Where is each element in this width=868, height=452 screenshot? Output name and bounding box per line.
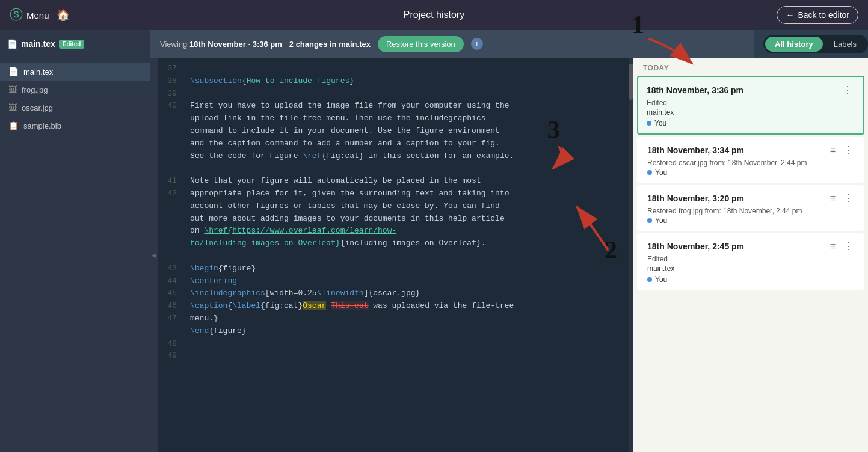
img-file-icon-oscar: 🖼 bbox=[8, 103, 17, 112]
line-numbers: 37 38 39 40 41 42 43 44 45 4 bbox=[158, 58, 183, 452]
menu-button[interactable]: ⓢ Menu bbox=[10, 6, 49, 24]
history-item-3-list-button[interactable]: ≡ bbox=[828, 240, 838, 253]
history-item-3-desc: Edited bbox=[647, 255, 856, 263]
nav-right: ← Back to editor bbox=[777, 6, 858, 24]
sidebar-filename-frogjpg: frog.jpg bbox=[22, 85, 48, 94]
back-to-editor-button[interactable]: ← Back to editor bbox=[777, 6, 858, 24]
history-item-2-username: You bbox=[655, 216, 667, 225]
edited-badge: Edited bbox=[59, 40, 85, 49]
history-item-3-time: 18th November, 2:45 pm bbox=[647, 242, 744, 251]
active-file: 📄 main.tex Edited bbox=[7, 39, 84, 49]
history-item-0-header: 18th November, 3:36 pm ⋮ bbox=[647, 83, 855, 97]
editor-scrollbar[interactable] bbox=[629, 58, 633, 452]
sidebar-file-samplebib[interactable]: 📋 sample.bib bbox=[0, 117, 150, 135]
user-dot-3 bbox=[647, 277, 652, 282]
history-panel: Today 18th November, 3:36 pm ⋮ Edited ma… bbox=[633, 58, 868, 452]
code-line-40c: command to include it in your document. … bbox=[190, 125, 621, 138]
code-line-45: \centering bbox=[190, 275, 621, 288]
history-item-0-file: main.tex bbox=[647, 108, 855, 117]
code-line-37 bbox=[190, 63, 621, 75]
editor-scroll: ◀ 37 38 39 40 41 42 43 bbox=[150, 58, 633, 452]
code-line-42c: account other figures or tables that may… bbox=[190, 200, 621, 213]
history-item-2-time: 18th November, 3:20 pm bbox=[647, 194, 744, 203]
sidebar-file-maintex[interactable]: 📄 main.tex bbox=[0, 63, 150, 81]
history-item-3-actions: ≡ ⋮ bbox=[828, 239, 856, 253]
sidebar-file-frogjpg[interactable]: 🖼 frog.jpg bbox=[0, 81, 150, 99]
code-line-43 bbox=[190, 250, 621, 263]
scrollbar-thumb[interactable] bbox=[629, 64, 633, 100]
history-item-1-username: You bbox=[655, 168, 667, 177]
history-item-0-username: You bbox=[654, 119, 666, 127]
code-line-47b: menu.} bbox=[190, 313, 621, 325]
history-item-0-desc: Edited bbox=[647, 99, 855, 107]
history-item-1-time: 18th November, 3:34 pm bbox=[647, 145, 744, 155]
code-line-40b: upload link in the file-tree menu. Then … bbox=[190, 112, 621, 125]
code-line-44: \begin{figure} bbox=[190, 263, 621, 275]
menu-label: Menu bbox=[26, 10, 49, 20]
code-line-38: \subsection{How to include Figures} bbox=[190, 75, 621, 88]
history-item-3-header: 18th November, 2:45 pm ≡ ⋮ bbox=[647, 239, 856, 253]
toolbar: Viewing 18th November · 3:36 pm 2 change… bbox=[150, 30, 754, 58]
overleaf-icon: ⓢ bbox=[10, 6, 23, 24]
all-history-tab[interactable]: All history bbox=[765, 37, 823, 52]
code-line-41 bbox=[190, 162, 621, 175]
history-item-0-more-button[interactable]: ⋮ bbox=[840, 83, 855, 97]
code-content[interactable]: \subsection{How to include Figures} Firs… bbox=[183, 58, 629, 452]
page-title: Project history bbox=[404, 10, 464, 20]
history-item-1-desc: Restored oscar.jpg from: 18th November, … bbox=[647, 159, 856, 167]
home-button[interactable]: 🏠 bbox=[57, 8, 70, 22]
sidebar-filename-samplebib: sample.bib bbox=[23, 121, 61, 130]
active-filename: main.tex bbox=[21, 39, 55, 49]
history-item-2-list-button[interactable]: ≡ bbox=[828, 192, 838, 205]
file-tex-icon: 📄 bbox=[7, 39, 17, 49]
history-item-0-time: 18th November, 3:36 pm bbox=[647, 85, 743, 95]
sidebar-file-oscarjpg[interactable]: 🖼 oscar.jpg bbox=[0, 99, 150, 117]
history-item-1-more-button[interactable]: ⋮ bbox=[842, 143, 856, 157]
user-dot-2 bbox=[647, 218, 652, 223]
user-dot-0 bbox=[647, 121, 651, 126]
history-item-1[interactable]: 18th November, 3:34 pm ≡ ⋮ Restored osca… bbox=[637, 137, 864, 183]
history-item-2-desc: Restored frog.jpg from: 18th November, 2… bbox=[647, 207, 856, 215]
code-line-46: \includegraphics[width=0.25\linewidth]{o… bbox=[190, 287, 621, 300]
history-item-2-user: You bbox=[647, 216, 856, 225]
info-button[interactable]: i bbox=[471, 38, 483, 50]
code-line-42e: on \href{https://www.overleaf.com/learn/… bbox=[190, 225, 621, 237]
history-item-1-list-button[interactable]: ≡ bbox=[828, 144, 838, 157]
back-label: Back to editor bbox=[798, 10, 849, 20]
labels-tab[interactable]: Labels bbox=[824, 37, 866, 52]
code-line-49 bbox=[190, 338, 621, 350]
code-line-42d: out more about adding images to your doc… bbox=[190, 213, 621, 225]
history-item-2-more-button[interactable]: ⋮ bbox=[842, 191, 856, 205]
history-item-3[interactable]: 18th November, 2:45 pm ≡ ⋮ Edited main.t… bbox=[637, 233, 864, 290]
sidebar-filename-oscarjpg: oscar.jpg bbox=[22, 103, 53, 112]
user-dot-1 bbox=[647, 170, 652, 175]
file-sidebar: 📄 main.tex 🖼 frog.jpg 🖼 oscar.jpg 📋 samp… bbox=[0, 58, 150, 452]
tex-file-icon: 📄 bbox=[8, 67, 19, 76]
code-line-40a: First you have to upload the image file … bbox=[190, 100, 621, 112]
viewing-info: Viewing 18th November · 3:36 pm bbox=[160, 40, 282, 49]
history-item-0[interactable]: 18th November, 3:36 pm ⋮ Edited main.tex… bbox=[637, 76, 864, 135]
history-item-0-user: You bbox=[647, 119, 855, 127]
top-nav: ⓢ Menu 🏠 Project history ← Back to edito… bbox=[0, 0, 868, 30]
history-item-2[interactable]: 18th November, 3:20 pm ≡ ⋮ Restored frog… bbox=[637, 185, 864, 231]
changes-file: main.tex bbox=[339, 40, 371, 49]
history-item-2-header: 18th November, 3:20 pm ≡ ⋮ bbox=[647, 191, 856, 205]
changes-info: 2 changes in main.tex bbox=[289, 40, 371, 49]
editor-area: ◀ 37 38 39 40 41 42 43 bbox=[150, 58, 633, 452]
img-file-icon-frog: 🖼 bbox=[8, 85, 17, 94]
history-item-1-header: 18th November, 3:34 pm ≡ ⋮ bbox=[647, 143, 856, 157]
history-section-today: Today bbox=[633, 58, 868, 75]
second-row: 📄 main.tex Edited Viewing 18th November … bbox=[0, 30, 868, 58]
viewing-date: 18th November · 3:36 pm bbox=[189, 40, 282, 49]
code-line-48: \end{figure} bbox=[190, 325, 621, 338]
history-item-3-more-button[interactable]: ⋮ bbox=[842, 239, 856, 253]
history-item-1-user: You bbox=[647, 168, 856, 177]
code-line-40e: See the code for Figure \ref{fig:cat} in… bbox=[190, 150, 621, 163]
code-line-42b: appropriate place for it, given the surr… bbox=[190, 188, 621, 200]
code-line-39 bbox=[190, 88, 621, 100]
collapse-handle[interactable]: ◀ bbox=[150, 58, 158, 452]
history-item-3-user: You bbox=[647, 275, 856, 284]
restore-version-button[interactable]: Restore this version bbox=[378, 36, 464, 52]
sidebar-filename-maintex: main.tex bbox=[23, 67, 53, 76]
code-line-47a: \caption{\label{fig:cat}Oscar This cat w… bbox=[190, 300, 621, 313]
